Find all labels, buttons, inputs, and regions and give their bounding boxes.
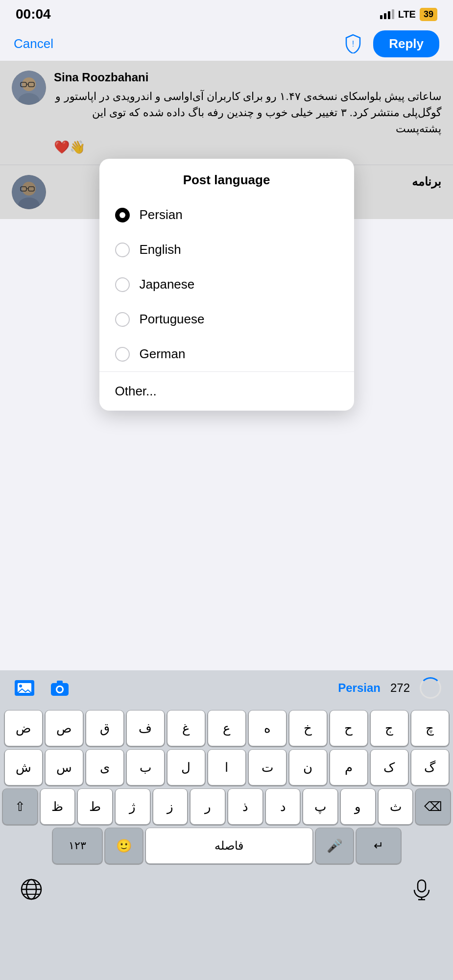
language-label-persian: Persian bbox=[140, 207, 183, 222]
key-ط[interactable]: ط bbox=[78, 789, 112, 824]
key-م[interactable]: م bbox=[330, 750, 367, 785]
globe-icon[interactable] bbox=[17, 875, 46, 904]
language-option-japanese[interactable]: Japanese bbox=[99, 267, 354, 302]
status-right: LTE 39 bbox=[380, 8, 437, 21]
language-label-german: German bbox=[140, 346, 186, 362]
battery-indicator: 39 bbox=[420, 8, 437, 21]
key-row-2: ش س ی ب ل ا ت ن م ک گ bbox=[3, 750, 450, 785]
shield-icon[interactable]: ! bbox=[343, 33, 363, 54]
key-د[interactable]: د bbox=[266, 789, 300, 824]
key-و[interactable]: و bbox=[341, 789, 375, 824]
key-خ[interactable]: خ bbox=[289, 710, 327, 746]
language-option-german[interactable]: German bbox=[99, 337, 354, 371]
svg-rect-26 bbox=[418, 880, 426, 892]
key-ژ[interactable]: ژ bbox=[116, 789, 150, 824]
language-label-japanese: Japanese bbox=[140, 277, 195, 292]
radio-japanese[interactable] bbox=[115, 277, 130, 292]
key-گ[interactable]: گ bbox=[411, 750, 449, 785]
microphone-icon[interactable] bbox=[407, 875, 436, 904]
other-option[interactable]: Other... bbox=[99, 372, 354, 411]
language-label-portuguese: Portuguese bbox=[140, 312, 205, 327]
toolbar-area: Persian 272 bbox=[0, 670, 453, 706]
nav-icons: ! Reply bbox=[343, 30, 439, 57]
radio-portuguese[interactable] bbox=[115, 312, 130, 327]
camera-icon[interactable] bbox=[47, 675, 72, 701]
key-ن[interactable]: ن bbox=[289, 750, 327, 785]
signal-bar-2 bbox=[384, 13, 386, 19]
radio-english[interactable] bbox=[115, 243, 130, 257]
radio-persian[interactable] bbox=[115, 208, 130, 222]
key-ی[interactable]: ی bbox=[86, 750, 123, 785]
svg-rect-20 bbox=[57, 681, 63, 684]
key-س[interactable]: س bbox=[46, 750, 83, 785]
language-option-english[interactable]: English bbox=[99, 232, 354, 267]
bottom-row bbox=[3, 867, 450, 911]
numbers-key[interactable]: ۱۲۳ bbox=[53, 828, 102, 863]
return-key[interactable]: ↵ bbox=[357, 828, 401, 863]
reply-button[interactable]: Reply bbox=[373, 30, 439, 57]
status-bar: 00:04 LTE 39 bbox=[0, 0, 453, 26]
toolbar-count: 272 bbox=[390, 681, 410, 695]
language-popup: Post language Persian English Japanese P… bbox=[99, 159, 354, 411]
key-پ[interactable]: پ bbox=[303, 789, 337, 824]
key-ز[interactable]: ز bbox=[153, 789, 188, 824]
popup-title: Post language bbox=[99, 159, 354, 197]
key-چ[interactable]: چ bbox=[411, 710, 449, 746]
svg-point-16 bbox=[19, 685, 22, 687]
key-row-3: ⇧ ظ ط ژ ز ر ذ د پ و ث ⌫ bbox=[3, 789, 450, 824]
key-ک[interactable]: ک bbox=[371, 750, 408, 785]
keyboard: ض ص ق ف غ ع ه خ ح ج چ ش س ی ب ل ا ت ن م … bbox=[0, 706, 453, 980]
microphone-key[interactable]: 🎤 bbox=[316, 828, 353, 863]
language-label-english: English bbox=[140, 242, 181, 257]
key-ظ[interactable]: ظ bbox=[41, 789, 75, 824]
radio-german[interactable] bbox=[115, 347, 130, 362]
key-row-1: ض ص ق ف غ ع ه خ ح ج چ bbox=[3, 710, 450, 746]
key-ا[interactable]: ا bbox=[208, 750, 245, 785]
language-option-portuguese[interactable]: Portuguese bbox=[99, 302, 354, 337]
key-ث[interactable]: ث bbox=[379, 789, 413, 824]
key-ع[interactable]: ع bbox=[208, 710, 245, 746]
key-ر[interactable]: ر bbox=[191, 789, 225, 824]
language-option-persian[interactable]: Persian bbox=[99, 197, 354, 232]
space-key[interactable]: فاصله bbox=[146, 828, 312, 863]
key-shift[interactable]: ⇧ bbox=[3, 789, 37, 824]
content-area: Sina Roozbahani ساعاتی پیش بلواسکای نسخه… bbox=[0, 61, 453, 219]
key-ض[interactable]: ض bbox=[5, 710, 42, 746]
key-ب[interactable]: ب bbox=[127, 750, 164, 785]
toolbar-lang[interactable]: Persian bbox=[338, 681, 381, 695]
key-غ[interactable]: غ bbox=[167, 710, 205, 746]
key-ق[interactable]: ق bbox=[86, 710, 123, 746]
key-ف[interactable]: ف bbox=[127, 710, 164, 746]
key-ت[interactable]: ت bbox=[249, 750, 286, 785]
nav-bar: Cancel ! Reply bbox=[0, 26, 453, 61]
lte-label: LTE bbox=[398, 9, 416, 20]
key-ل[interactable]: ل bbox=[167, 750, 205, 785]
signal-bar-3 bbox=[388, 11, 390, 19]
key-ش[interactable]: ش bbox=[5, 750, 42, 785]
cancel-button[interactable]: Cancel bbox=[14, 36, 53, 51]
key-ذ[interactable]: ذ bbox=[228, 789, 262, 824]
image-icon[interactable] bbox=[12, 675, 37, 701]
key-row-4: ۱۲۳ 🙂 فاصله 🎤 ↵ bbox=[3, 828, 450, 863]
signal-bar-1 bbox=[380, 15, 382, 19]
key-ه[interactable]: ه bbox=[249, 710, 286, 746]
signal-bar-4 bbox=[392, 9, 394, 19]
svg-text:!: ! bbox=[352, 40, 354, 48]
emoji-key[interactable]: 🙂 bbox=[105, 828, 143, 863]
status-time: 00:04 bbox=[16, 6, 51, 22]
backspace-key[interactable]: ⌫ bbox=[416, 789, 450, 824]
signal-bars bbox=[380, 9, 394, 19]
key-ج[interactable]: ج bbox=[371, 710, 408, 746]
key-ح[interactable]: ح bbox=[330, 710, 367, 746]
svg-point-19 bbox=[57, 687, 62, 692]
key-ص[interactable]: ص bbox=[46, 710, 83, 746]
toolbar-spinner bbox=[420, 677, 441, 699]
